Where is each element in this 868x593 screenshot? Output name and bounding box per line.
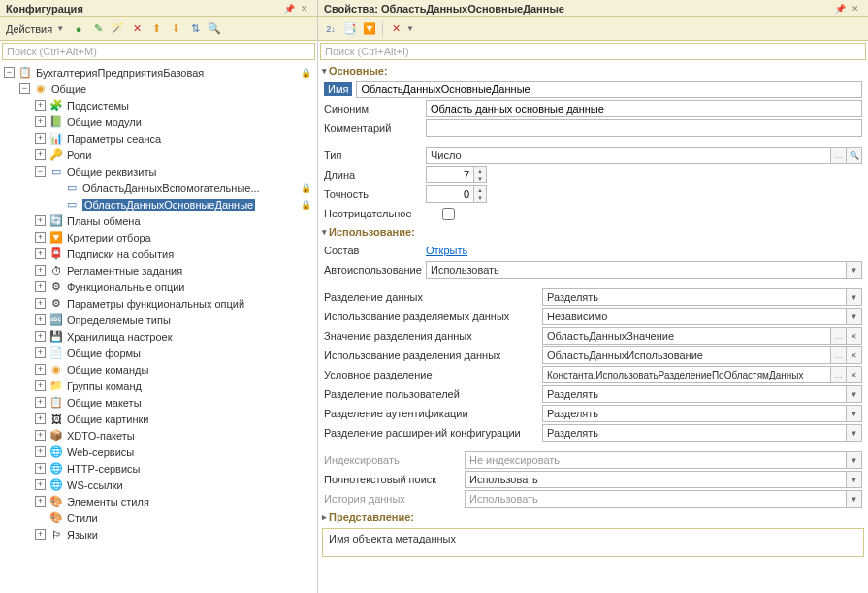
chevron-down-icon[interactable]: ▼ bbox=[846, 289, 861, 305]
expand-icon[interactable] bbox=[35, 479, 46, 490]
tree-ws-references[interactable]: 🌐WS-ссылки bbox=[0, 477, 317, 493]
chevron-down-icon[interactable]: ▼ bbox=[56, 24, 68, 33]
spin-down-icon[interactable]: ▼ bbox=[474, 175, 486, 182]
close-icon[interactable]: ✕ bbox=[849, 4, 862, 14]
input-name[interactable] bbox=[356, 81, 862, 98]
dropdown-ext-split[interactable]: Разделять▼ bbox=[542, 424, 862, 442]
link-content[interactable]: Открыть bbox=[426, 245, 467, 256]
search-icon[interactable]: 🔍 bbox=[846, 148, 861, 163]
tree-root[interactable]: 📋 БухгалтерияПредприятияБазовая 🔒 bbox=[0, 64, 317, 81]
dropdown-split-use[interactable]: ОбластьДанныхИспользование…✕ bbox=[542, 346, 862, 364]
sort-icon[interactable]: ⇅ bbox=[186, 20, 204, 38]
tree-filter-criteria[interactable]: 🔽Критерии отбора bbox=[0, 229, 317, 246]
ellipsis-icon[interactable]: … bbox=[830, 328, 846, 344]
expand-icon[interactable] bbox=[35, 529, 46, 540]
actions-menu[interactable]: Действия bbox=[4, 23, 54, 35]
chevron-down-icon[interactable]: ▼ bbox=[846, 309, 861, 324]
expand-icon[interactable] bbox=[35, 347, 46, 358]
clear-icon[interactable]: ✕ bbox=[846, 367, 861, 382]
tree-http-services[interactable]: 🌐HTTP-сервисы bbox=[0, 460, 317, 477]
ellipsis-icon[interactable]: … bbox=[830, 347, 846, 363]
delete-icon[interactable]: ✕ bbox=[128, 20, 145, 38]
expand-icon[interactable]: ▸ bbox=[322, 512, 327, 522]
categorize-icon[interactable]: 📑 bbox=[341, 20, 359, 38]
input-precision[interactable] bbox=[426, 185, 474, 203]
tree-func-option-params[interactable]: ⚙Параметры функциональных опций bbox=[0, 295, 317, 312]
expand-icon[interactable] bbox=[35, 364, 46, 375]
collapse-icon[interactable]: ▾ bbox=[322, 227, 327, 237]
chevron-down-icon[interactable]: ▼ bbox=[846, 425, 861, 441]
edit-icon[interactable]: ✎ bbox=[89, 20, 107, 38]
tree-common-commands[interactable]: ◉Общие команды bbox=[0, 361, 317, 378]
config-search[interactable]: Поиск (Ctrl+Alt+M) bbox=[2, 43, 315, 60]
section-main[interactable]: ▾Основные: bbox=[318, 62, 868, 80]
input-length[interactable] bbox=[426, 166, 474, 183]
tree-common-attrs[interactable]: ▭Общие реквизиты bbox=[0, 163, 317, 180]
filter-icon[interactable]: 🔽 bbox=[361, 20, 378, 38]
expand-icon[interactable] bbox=[35, 116, 46, 127]
expand-icon[interactable] bbox=[35, 397, 46, 408]
label-name[interactable]: Имя bbox=[324, 82, 352, 96]
tree-common[interactable]: ◉ Общие bbox=[0, 81, 317, 97]
tree-attr-aux[interactable]: ▭ОбластьДанныхВспомогательные...🔒 bbox=[0, 180, 317, 196]
expand-icon[interactable] bbox=[35, 265, 46, 276]
chevron-down-icon[interactable]: ▼ bbox=[846, 386, 861, 402]
tree-command-groups[interactable]: 📁Группы команд bbox=[0, 378, 317, 394]
section-usage[interactable]: ▾Использование: bbox=[318, 223, 868, 241]
expand-icon[interactable] bbox=[35, 232, 46, 243]
collapse-icon[interactable] bbox=[4, 67, 15, 78]
expand-icon[interactable] bbox=[35, 430, 46, 441]
tree-common-pictures[interactable]: 🖼Общие картинки bbox=[0, 411, 317, 427]
expand-icon[interactable] bbox=[35, 496, 46, 507]
tree-common-templates[interactable]: 📋Общие макеты bbox=[0, 394, 317, 411]
expand-icon[interactable] bbox=[35, 463, 46, 474]
tree-xdto-packages[interactable]: 📦XDTO-пакеты bbox=[0, 427, 317, 444]
tree-common-forms[interactable]: 📄Общие формы bbox=[0, 345, 317, 361]
expand-icon[interactable] bbox=[35, 298, 46, 309]
up-icon[interactable]: ⬆ bbox=[147, 20, 165, 38]
tree-subsystems[interactable]: 🧩Подсистемы bbox=[0, 97, 317, 114]
dropdown-autouse[interactable]: Использовать▼ bbox=[426, 261, 862, 279]
tree-common-modules[interactable]: 📗Общие модули bbox=[0, 114, 317, 130]
dropdown-split-value[interactable]: ОбластьДанныхЗначение…✕ bbox=[542, 327, 862, 345]
dropdown-auth-split[interactable]: Разделять▼ bbox=[542, 405, 862, 422]
spin-down-icon[interactable]: ▼ bbox=[474, 194, 486, 202]
sort-alpha-icon[interactable]: 2↓ bbox=[322, 20, 339, 38]
tree-event-subs[interactable]: 📮Подписки на события bbox=[0, 246, 317, 262]
tree-roles[interactable]: 🔑Роли bbox=[0, 147, 317, 163]
tree-scheduled-jobs[interactable]: ⏱Регламентные задания bbox=[0, 262, 317, 279]
expand-icon[interactable] bbox=[35, 413, 46, 424]
expand-icon[interactable] bbox=[35, 133, 46, 144]
config-tree[interactable]: 📋 БухгалтерияПредприятияБазовая 🔒 ◉ Общи… bbox=[0, 62, 317, 593]
expand-icon[interactable] bbox=[35, 331, 46, 342]
collapse-icon[interactable] bbox=[35, 166, 46, 177]
dropdown-data-split[interactable]: Разделять▼ bbox=[542, 288, 862, 306]
tree-session-params[interactable]: 📊Параметры сеанса bbox=[0, 130, 317, 147]
expand-icon[interactable] bbox=[35, 314, 46, 325]
tree-defined-types[interactable]: 🔤Определяемые типы bbox=[0, 312, 317, 328]
spin-up-icon[interactable]: ▲ bbox=[474, 186, 486, 194]
pin-icon[interactable]: 📌 bbox=[832, 4, 849, 14]
ellipsis-icon[interactable]: … bbox=[830, 148, 846, 163]
tree-styles[interactable]: 🎨Стили bbox=[0, 510, 317, 526]
checkbox-nonneg[interactable] bbox=[442, 208, 455, 220]
tree-languages[interactable]: 🏳Языки bbox=[0, 526, 317, 543]
clear-icon[interactable]: ✕ bbox=[387, 20, 404, 38]
props-search[interactable]: Поиск (Ctrl+Alt+I) bbox=[320, 43, 866, 60]
tree-attr-main[interactable]: ▭ОбластьДанныхОсновныеДанные🔒 bbox=[0, 196, 317, 213]
tree-func-options[interactable]: ⚙Функциональные опции bbox=[0, 279, 317, 295]
clear-icon[interactable]: ✕ bbox=[846, 347, 861, 363]
ellipsis-icon[interactable]: … bbox=[830, 367, 846, 382]
input-synonym[interactable] bbox=[426, 100, 862, 117]
chevron-down-icon[interactable]: ▼ bbox=[846, 262, 861, 278]
expand-icon[interactable] bbox=[35, 446, 46, 457]
section-presentation[interactable]: ▸Представление: bbox=[318, 509, 868, 526]
close-icon[interactable]: ✕ bbox=[298, 4, 311, 14]
chevron-down-icon[interactable]: ▼ bbox=[406, 24, 418, 33]
down-icon[interactable]: ⬇ bbox=[167, 20, 184, 38]
expand-icon[interactable] bbox=[35, 100, 46, 111]
tree-exchange-plans[interactable]: 🔄Планы обмена bbox=[0, 213, 317, 229]
clear-icon[interactable]: ✕ bbox=[846, 328, 861, 344]
find-icon[interactable]: 🔍 bbox=[206, 20, 223, 38]
pin-icon[interactable]: 📌 bbox=[281, 4, 298, 14]
